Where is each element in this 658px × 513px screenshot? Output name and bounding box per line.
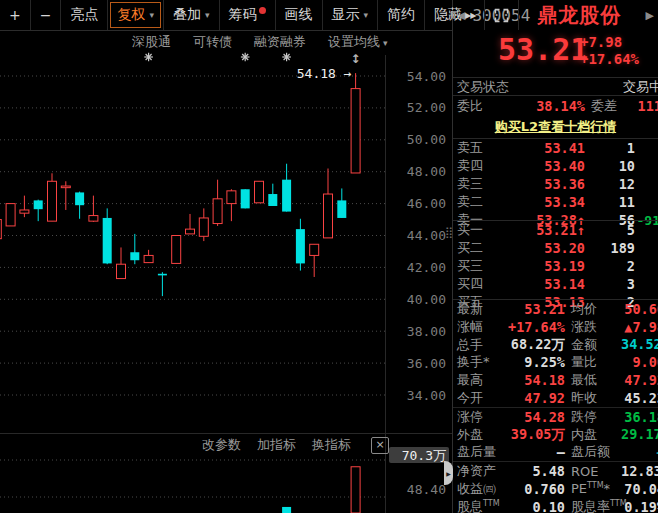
toolbar-button-label: + bbox=[9, 7, 21, 23]
fullscreen-icon bbox=[494, 8, 509, 23]
label-text: PE bbox=[571, 482, 587, 497]
toolbar-button-zoom-in[interactable]: + bbox=[0, 0, 31, 30]
level-label: 买一 bbox=[457, 221, 501, 239]
bid-row[interactable]: 买三53.192 bbox=[453, 257, 658, 275]
trade-status-row: 交易状态 交易中 bbox=[453, 78, 658, 95]
weibi-label: 委比 bbox=[457, 97, 499, 115]
ask-row[interactable]: 卖五53.411 bbox=[453, 139, 658, 157]
next-stock-icon[interactable]: ▶ bbox=[646, 9, 654, 22]
subtoolbar-ma-settings[interactable]: 设置均线▾ bbox=[328, 33, 388, 51]
subtoolbar-convertible-bond[interactable]: 可转债 bbox=[193, 33, 232, 51]
chart-region: 54.0052.0050.0048.0046.0044.0042.0040.00… bbox=[0, 0, 452, 513]
stat-value: 39.05万 bbox=[511, 426, 565, 444]
level-price: 53.36 bbox=[544, 176, 585, 192]
level-size: 11 bbox=[619, 194, 635, 210]
stat-label: 涨跌 bbox=[565, 318, 621, 336]
level-label: 买三 bbox=[457, 257, 501, 275]
indicator-action-1[interactable]: 加指标 bbox=[257, 436, 296, 454]
toolbar-button-label: 复权 bbox=[117, 6, 145, 24]
level-label: 卖四 bbox=[457, 157, 501, 175]
toolbar-button-draw-line[interactable]: 画线 bbox=[276, 0, 323, 30]
quote-panel: ◀ 300054 鼎龙股份 ▶ 53.21 +7.98 +17.64% 交易状态… bbox=[452, 0, 658, 513]
level-label: 卖五 bbox=[457, 139, 501, 157]
double-arrow-icon: ▶▶ bbox=[465, 11, 475, 20]
ask-row[interactable]: 卖三53.3612 bbox=[453, 175, 658, 193]
stat-row: 今开47.92昨收45.23 bbox=[453, 389, 658, 408]
stock-app: 54.0052.0050.0048.0046.0044.0042.0040.00… bbox=[0, 0, 658, 513]
level-label: 卖二 bbox=[457, 193, 501, 211]
stat-row: 涨停54.28跌停36.18 bbox=[453, 408, 658, 426]
stat-value: 12.83% bbox=[621, 463, 658, 479]
svg-text:54.00: 54.00 bbox=[407, 69, 446, 84]
toolbar-button-label: 画线 bbox=[285, 6, 313, 24]
stat-row: 收益㈣0.760PETTM*70.04 bbox=[453, 480, 658, 498]
level-size: 5 bbox=[627, 222, 635, 238]
weibi-row: 委比 38.14% 委差 111 bbox=[453, 96, 658, 115]
toolbar-button-fullscreen[interactable] bbox=[485, 0, 519, 30]
indicator-action-0[interactable]: 改参数 bbox=[202, 436, 241, 454]
stat-value: 54.28 bbox=[524, 409, 565, 425]
svg-text:48.00: 48.00 bbox=[407, 164, 446, 179]
last-price: 53.21 bbox=[498, 32, 588, 67]
subtoolbar-label: 深股通 bbox=[132, 34, 171, 49]
panel-collapse-button[interactable]: ▶ bbox=[444, 461, 453, 485]
stat-label: 内盘 bbox=[565, 426, 621, 444]
toolbar-button-highlight[interactable]: 亮点 bbox=[61, 0, 108, 30]
svg-text:42.00: 42.00 bbox=[407, 260, 446, 275]
toolbar-button-adjust-price[interactable]: 复权▾ bbox=[108, 0, 164, 30]
chevron-down-icon: ▾ bbox=[383, 38, 388, 48]
svg-text:48.40: 48.40 bbox=[407, 482, 446, 497]
label-text: 股息 bbox=[457, 499, 483, 513]
stat-label: 量比 bbox=[565, 353, 621, 371]
bid-row[interactable]: 买四53.143 bbox=[453, 275, 658, 293]
stat-row: 最高54.18最低47.92 bbox=[453, 371, 658, 389]
subtoolbar-sz-connect[interactable]: 深股通 bbox=[132, 33, 171, 51]
price-change: +7.98 bbox=[580, 34, 639, 51]
close-indicator-button[interactable]: × bbox=[371, 437, 389, 454]
ask-row[interactable]: 卖二53.3411 bbox=[453, 193, 658, 211]
stat-row: 涨幅+17.64%涨跌▲7.98 bbox=[453, 318, 658, 336]
indicator-action-2[interactable]: 换指标 bbox=[312, 436, 351, 454]
toolbar-button-label: 显示 bbox=[332, 6, 360, 24]
stat-value: 9.00 bbox=[632, 354, 658, 370]
toolbar-button-label: 筹码 bbox=[229, 6, 257, 24]
stat-value: 9.25% bbox=[524, 354, 565, 370]
level-size: 2 bbox=[627, 258, 635, 274]
toolbar-button-label: 叠加 bbox=[173, 6, 201, 24]
subtoolbar-margin-trading[interactable]: 融资融券 bbox=[254, 33, 306, 51]
svg-text:36.00: 36.00 bbox=[407, 356, 446, 371]
stat-label: 股息率TTM bbox=[565, 498, 621, 513]
toolbar-button-label: − bbox=[40, 7, 52, 23]
ask-row[interactable]: 卖四53.4010 bbox=[453, 157, 658, 175]
bid-row[interactable]: 买一53.21↑5 bbox=[453, 221, 658, 239]
bid-row[interactable]: 买二53.20189 bbox=[453, 239, 658, 257]
stat-value: 68.22万 bbox=[511, 336, 565, 354]
svg-text:70.3万: 70.3万 bbox=[402, 448, 446, 463]
label-suffix: * bbox=[604, 482, 611, 497]
toolbar-button-zoom-out[interactable]: − bbox=[31, 0, 62, 30]
stat-value: 54.18 bbox=[524, 372, 565, 388]
svg-text:38.00: 38.00 bbox=[407, 324, 446, 339]
toolbar-button-chips[interactable]: 筹码 bbox=[220, 0, 276, 30]
indicator-toolbar: 改参数加指标换指标× bbox=[0, 436, 389, 454]
toolbar-button-display[interactable]: 显示▾ bbox=[323, 0, 379, 30]
toolbar-button-overlay[interactable]: 叠加▾ bbox=[164, 0, 220, 30]
stat-value: 34.52亿 bbox=[621, 336, 658, 354]
stat-label: 盘后量 bbox=[457, 443, 507, 461]
level-price: 53.20 bbox=[544, 240, 585, 256]
toolbar-button-simple-mode[interactable]: 简约 bbox=[378, 0, 425, 30]
level-size: 12 bbox=[619, 176, 635, 192]
stat-row: 换手*9.25%量比9.00 bbox=[453, 353, 658, 371]
stat-value: 36.18 bbox=[624, 409, 658, 425]
level-price: 53.19 bbox=[544, 258, 585, 274]
level-size: 3 bbox=[627, 276, 635, 292]
l2-purchase-link[interactable]: 购买L2查看十档行情 bbox=[453, 115, 658, 138]
toolbar-button-label: 隐藏 bbox=[434, 6, 462, 24]
toolbar-button-hide[interactable]: 隐藏▶▶ bbox=[425, 0, 485, 30]
stat-row: 净资产5.48ROE12.83% bbox=[453, 462, 658, 480]
panel-resize-grip-icon[interactable]: ⣿ bbox=[445, 226, 453, 239]
level-label: 买四 bbox=[457, 275, 501, 293]
stat-label: PETTM* bbox=[565, 481, 621, 496]
stat-label: 最高 bbox=[457, 371, 507, 389]
stat-value: 70.04 bbox=[624, 481, 658, 497]
